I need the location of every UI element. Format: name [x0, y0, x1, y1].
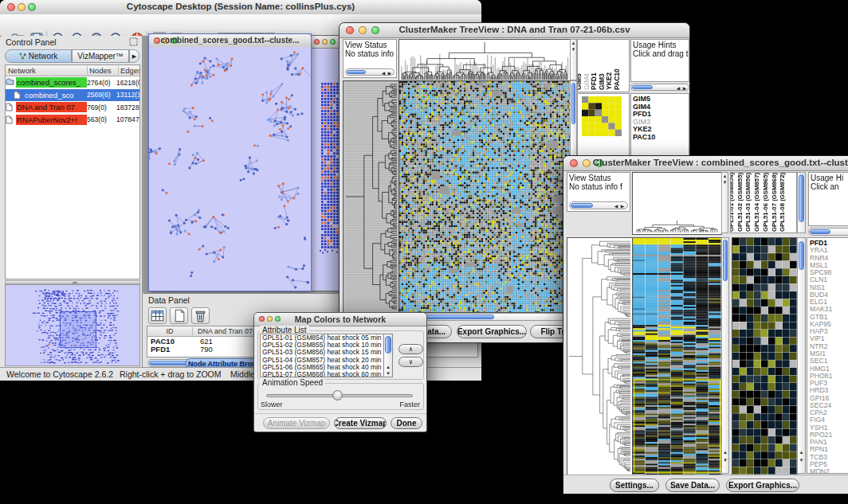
tv2-view-status-panel: View Status No status info f ◀▶	[567, 172, 630, 212]
dialog-title: Map Colors to Network	[254, 315, 426, 324]
network-table: Network Nodes Edges combined_scores_2764…	[5, 64, 140, 279]
tv1-usage-hints-panel: Usage Hints Click and drag to	[630, 39, 689, 82]
control-panel-title: Control Panel	[6, 37, 57, 47]
zoom-button[interactable]	[330, 39, 336, 45]
tv1-column-labels: GIM5GIM4PFD1GIM3YKE2PAC10	[577, 39, 630, 92]
network-view-canvas[interactable]	[149, 47, 311, 291]
tv2-settings-button[interactable]: Settings...	[610, 479, 659, 492]
more-tabs-button[interactable]: ▶	[129, 49, 139, 63]
folder-icon	[6, 78, 16, 87]
tv2-row-dendrogram[interactable]	[567, 237, 634, 475]
delete-attribute-icon[interactable]	[191, 307, 210, 324]
treeview2-titlebar[interactable]: ClusterMaker TreeView : combined_scores_…	[563, 156, 848, 171]
attribute-row-id: PFD1	[147, 345, 195, 354]
network-edges-count: 107847(0)	[116, 115, 140, 123]
network-table-rows: combined_scores_2764(0)16218(0)combined_…	[6, 76, 139, 126]
more-tabs-arrow: ▶	[132, 53, 136, 60]
col-edges[interactable]: Edges	[119, 66, 140, 75]
gene-label[interactable]: MON2	[810, 468, 848, 474]
network-nodes-count: 769(0)	[87, 104, 116, 111]
tv2-zoom-view[interactable]	[732, 237, 798, 475]
network-name: DNA and Tran 07	[16, 102, 87, 112]
tv2-column-label[interactable]: GPL51-06 (GSM865)	[761, 173, 770, 232]
tv1-row-label[interactable]: PAC10	[633, 134, 689, 142]
file-icon	[14, 91, 24, 100]
tv1-view-status-panel: View Status No status info f ◀▶	[343, 39, 397, 78]
control-panel: Control Panel Network VizMapper™ ▶ Netwo…	[2, 36, 143, 367]
tv2-column-labels: GPL51-01 (GSM854)GPL51-02 (GSM855)GPL51-…	[730, 172, 797, 233]
tv1-column-dendrogram[interactable]	[398, 39, 571, 82]
network-edges-count: 13112(15)	[116, 91, 140, 99]
tab-network[interactable]: Network	[5, 49, 72, 63]
network-nodes-count: 2569(6)	[87, 91, 116, 99]
done-button[interactable]: Done	[391, 417, 422, 429]
attribute-list-scrollbar[interactable]: ▲▼	[383, 334, 393, 377]
float-panel-icon[interactable]	[129, 37, 138, 46]
tv2-export-graphics-button[interactable]: Export Graphics...	[726, 479, 799, 492]
tv2-column-dendrogram[interactable]	[632, 172, 722, 235]
network-window-title: combined_scores_good.txt--cluste...	[149, 36, 311, 45]
tv1-column-label[interactable]: PAC10	[613, 68, 622, 90]
file-icon	[6, 103, 16, 111]
grid-network-canvas[interactable]	[310, 48, 342, 291]
network-nodes-count: 2764(0)	[87, 79, 116, 87]
treeview1-titlebar[interactable]: ClusterMaker TreeView : DNA and Tran 07-…	[340, 23, 689, 38]
tv1-usage-hints-title: Usage Hints	[633, 41, 676, 49]
tv1-coldendro-scrollbar[interactable]: ▲▼	[570, 39, 577, 80]
tv1-status-scrollbar[interactable]: ◀▶	[345, 68, 395, 76]
tv2-status-scrollbar[interactable]: ◀▶	[569, 201, 628, 209]
tv2-column-label[interactable]: GPL51-08 (GSM872)	[778, 173, 787, 232]
tv2-usage-hints-message: Click an	[811, 182, 839, 191]
close-button[interactable]	[314, 39, 320, 45]
network-tab-icon	[19, 53, 26, 60]
tab-vizmapper[interactable]: VizMapper™	[72, 49, 129, 63]
network-name: combined_scores_	[16, 77, 87, 88]
data-panel-title: Data Panel	[148, 295, 190, 305]
network-list-row[interactable]: RNAPuberNov2+!563(0)107847(0)	[6, 114, 139, 127]
network-edges-count: 16218(0)	[116, 79, 140, 87]
tv2-genelist-scrollbar[interactable]: ▲▼	[797, 237, 806, 474]
slider-thumb[interactable]	[332, 390, 343, 400]
main-titlebar[interactable]: Cytoscape Desktop (Session Name: collins…	[0, 0, 481, 15]
minimize-button[interactable]	[322, 39, 328, 45]
network-list-row[interactable]: DNA and Tran 07769(0)183728(0)	[6, 101, 139, 114]
tv1-row-dendrogram[interactable]	[343, 80, 400, 313]
attribute-list-item[interactable]: GPL51-07 (GSM868) heat shock 60 min	[261, 371, 383, 377]
col-id[interactable]: ID	[147, 327, 193, 335]
attribute-list: GPL51-01 (GSM854) heat shock 05 minGPL51…	[260, 334, 384, 377]
dialog-titlebar[interactable]: Map Colors to Network	[254, 313, 426, 326]
new-attribute-button[interactable]	[170, 307, 188, 324]
move-down-button[interactable]: ∨	[398, 357, 423, 367]
tv2-column-label[interactable]: GPL51-07 (GSM868)	[770, 173, 779, 232]
tv2-heatmap[interactable]	[632, 237, 722, 475]
tv2-coldendro-scrollbar[interactable]: ▲▼	[721, 172, 728, 233]
slider-min-label: Slower	[261, 400, 283, 408]
status-zoom-hint: Right-click + drag to ZOOM	[120, 369, 222, 379]
move-up-button[interactable]: ∧	[398, 344, 423, 354]
treeview2-title: ClusterMaker TreeView : combined_scores_…	[563, 158, 848, 167]
file-icon	[6, 115, 16, 124]
network-list-row[interactable]: combined_scores_2764(0)16218(0)	[6, 76, 139, 89]
tv2-column-label[interactable]: GPL51-01 (GSM854)	[730, 173, 736, 232]
tv2-heatmap-vscrollbar[interactable]: ▲▼	[721, 237, 729, 474]
tv2-column-label[interactable]: GPL51-04 (GSM857)	[752, 173, 761, 232]
animate-vizmap-button[interactable]: Animate Vizmap	[263, 417, 330, 429]
tv1-hints-scrollbar[interactable]: ◀▶	[630, 84, 689, 91]
network-window-titlebar[interactable]: combined_scores_good.txt--cluste...	[149, 34, 311, 48]
tv2-collabel-scrollbar[interactable]	[797, 172, 806, 233]
tv2-hints-scrollbar[interactable]: ◀▶	[808, 228, 848, 236]
screen: Cytoscape Desktop (Session Name: collins…	[0, 0, 848, 504]
col-nodes[interactable]: Nodes	[88, 66, 119, 75]
birdseye-view[interactable]	[5, 284, 140, 366]
network-table-header[interactable]: Network Nodes Edges	[6, 65, 139, 76]
tv1-export-graphics-button[interactable]: Export Graphics...	[457, 325, 527, 338]
col-network[interactable]: Network	[6, 66, 88, 75]
birdseye-viewport-rect[interactable]	[60, 311, 96, 348]
tv2-save-data-button[interactable]: Save Data...	[665, 479, 720, 492]
tv1-heatmap[interactable]	[398, 80, 571, 313]
tv1-similarity-matrix[interactable]	[582, 96, 622, 136]
network-list-row[interactable]: combined_sco2569(6)13112(15)	[6, 89, 139, 102]
create-vizmap-button[interactable]: Create Vizmap	[334, 417, 387, 429]
tv2-column-label[interactable]: GPL51-03 (GSM856)	[744, 173, 752, 232]
select-attributes-button[interactable]	[148, 307, 167, 324]
